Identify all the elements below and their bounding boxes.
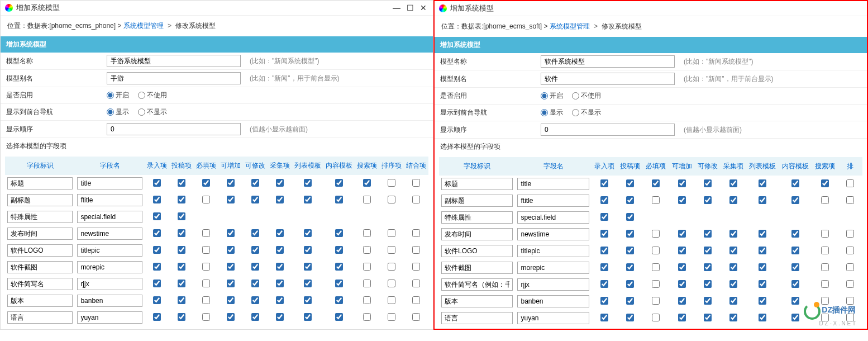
field-checkbox[interactable]	[153, 246, 161, 254]
field-id-input[interactable]	[441, 228, 513, 240]
field-id-input[interactable]	[441, 278, 513, 291]
field-checkbox[interactable]	[759, 247, 766, 254]
column-header[interactable]: 字段名	[75, 157, 145, 175]
field-checkbox[interactable]	[363, 313, 371, 321]
field-name-input[interactable]	[517, 278, 589, 291]
field-checkbox[interactable]	[276, 280, 284, 287]
field-checkbox[interactable]	[276, 313, 284, 321]
column-header[interactable]: 排	[838, 157, 862, 176]
field-checkbox[interactable]	[227, 296, 235, 304]
field-checkbox[interactable]	[202, 313, 210, 321]
field-checkbox[interactable]	[846, 263, 854, 271]
field-checkbox[interactable]	[626, 280, 634, 288]
enable-off-radio[interactable]	[138, 92, 145, 99]
column-header-link[interactable]: 字段名	[543, 162, 564, 170]
field-checkbox[interactable]	[791, 179, 799, 187]
field-checkbox[interactable]	[202, 229, 210, 237]
field-checkbox[interactable]	[846, 196, 854, 204]
field-checkbox[interactable]	[678, 280, 686, 288]
field-checkbox[interactable]	[678, 247, 686, 254]
breadcrumb-link[interactable]: 系统模型管理	[123, 22, 164, 30]
field-checkbox[interactable]	[178, 196, 185, 203]
column-header[interactable]: 可增加	[218, 157, 243, 175]
field-checkbox[interactable]	[652, 263, 660, 271]
field-checkbox[interactable]	[759, 314, 766, 321]
column-header[interactable]: 必填项	[643, 157, 669, 176]
field-checkbox[interactable]	[626, 314, 634, 321]
field-checkbox[interactable]	[202, 179, 210, 187]
column-header[interactable]: 可修改	[243, 157, 268, 175]
field-checkbox[interactable]	[388, 246, 395, 254]
field-checkbox[interactable]	[704, 230, 712, 238]
column-header[interactable]: 录入项	[145, 157, 169, 175]
field-checkbox[interactable]	[704, 297, 712, 305]
column-header-link[interactable]: 列表模板	[749, 162, 776, 170]
column-header[interactable]: 录入项	[592, 157, 617, 176]
breadcrumb-link[interactable]: 系统模型管理	[550, 22, 590, 30]
field-checkbox[interactable]	[251, 263, 259, 271]
field-name-input[interactable]	[77, 261, 142, 273]
field-checkbox[interactable]	[363, 263, 371, 271]
column-header-link[interactable]: 字段名	[100, 162, 120, 169]
field-checkbox[interactable]	[412, 179, 420, 187]
field-checkbox[interactable]	[178, 296, 185, 304]
column-header-link[interactable]: 内容模板	[782, 162, 809, 170]
field-checkbox[interactable]	[791, 230, 799, 238]
column-header-link[interactable]: 投稿项	[620, 162, 640, 170]
field-checkbox[interactable]	[335, 246, 343, 254]
column-header[interactable]: 排序项	[379, 157, 404, 175]
field-checkbox[interactable]	[678, 263, 686, 271]
field-checkbox[interactable]	[388, 296, 395, 304]
field-checkbox[interactable]	[759, 196, 766, 204]
maximize-button[interactable]: ☐	[405, 3, 415, 13]
column-header[interactable]: 必填项	[194, 157, 218, 175]
enable-off-radio[interactable]	[572, 92, 579, 100]
field-checkbox[interactable]	[729, 196, 737, 204]
field-id-input[interactable]	[7, 261, 73, 273]
order-input[interactable]	[541, 124, 675, 136]
field-checkbox[interactable]	[678, 179, 686, 187]
field-checkbox[interactable]	[652, 179, 660, 187]
field-id-input[interactable]	[7, 278, 73, 290]
field-checkbox[interactable]	[363, 296, 371, 304]
column-header[interactable]: 搜索项	[355, 157, 379, 175]
nav-off-radio[interactable]	[138, 108, 145, 116]
field-checkbox[interactable]	[626, 213, 634, 221]
field-checkbox[interactable]	[153, 313, 161, 321]
field-checkbox[interactable]	[335, 196, 343, 203]
field-checkbox[interactable]	[626, 179, 634, 187]
field-checkbox[interactable]	[202, 196, 210, 203]
field-checkbox[interactable]	[704, 314, 712, 321]
field-checkbox[interactable]	[202, 296, 210, 304]
column-header[interactable]: 字段名	[515, 157, 591, 176]
field-checkbox[interactable]	[412, 263, 420, 271]
field-checkbox[interactable]	[626, 297, 634, 305]
field-checkbox[interactable]	[704, 280, 712, 288]
field-checkbox[interactable]	[251, 313, 259, 321]
column-header[interactable]: 采集项	[268, 157, 292, 175]
field-checkbox[interactable]	[600, 263, 608, 271]
field-checkbox[interactable]	[412, 196, 420, 203]
field-checkbox[interactable]	[846, 280, 854, 288]
column-header-link[interactable]: 可增加	[672, 162, 692, 170]
field-checkbox[interactable]	[600, 314, 608, 321]
column-header[interactable]: 内容模板	[779, 157, 812, 176]
field-id-input[interactable]	[7, 228, 73, 240]
column-header[interactable]: 字段标识	[439, 157, 515, 176]
field-checkbox[interactable]	[227, 280, 235, 287]
field-checkbox[interactable]	[846, 247, 854, 254]
field-name-input[interactable]	[77, 244, 142, 257]
field-checkbox[interactable]	[704, 179, 712, 187]
column-header[interactable]: 字段标识	[5, 157, 75, 175]
field-id-input[interactable]	[441, 312, 513, 324]
field-checkbox[interactable]	[759, 297, 766, 305]
field-name-input[interactable]	[77, 194, 142, 206]
field-checkbox[interactable]	[388, 196, 395, 203]
field-id-input[interactable]	[441, 262, 513, 274]
field-checkbox[interactable]	[704, 263, 712, 271]
field-checkbox[interactable]	[202, 263, 210, 271]
alias-input[interactable]	[541, 73, 675, 85]
field-checkbox[interactable]	[821, 196, 829, 204]
field-id-input[interactable]	[7, 295, 73, 307]
field-checkbox[interactable]	[178, 229, 185, 237]
